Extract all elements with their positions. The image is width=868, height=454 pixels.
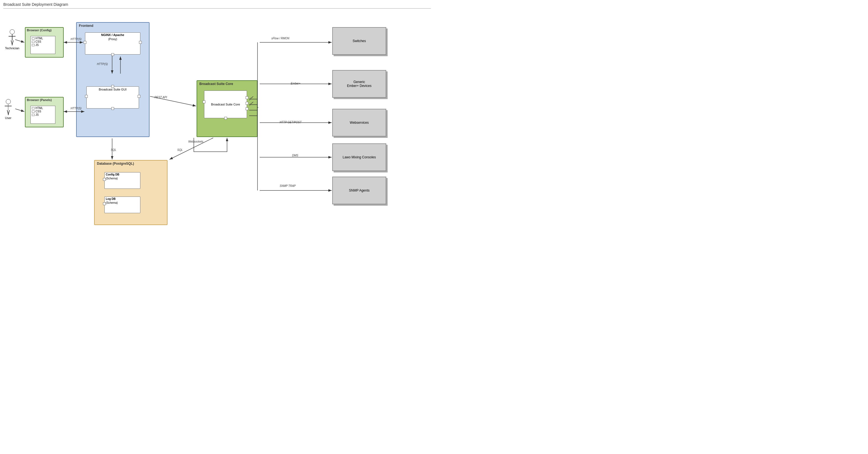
nginx-subtitle: (Proxy): [85, 37, 140, 41]
browser-config-html: HTML: [32, 37, 54, 40]
gui-box: Broadcast Suite GUI: [86, 86, 139, 108]
core-port-right2: [246, 102, 248, 105]
browser-panels-box: Browser (Panels) HTML CSS JS: [25, 97, 64, 127]
actor-body: [12, 34, 12, 40]
label-snmp-trap: SNMP TRAP: [280, 184, 296, 187]
label-http-get-post: HTTP GET/POST: [280, 121, 302, 124]
diagram-title: Broadcast Suite Deployment Diagram: [3, 2, 68, 7]
browser-config-title: Browser (Config): [26, 28, 63, 33]
label-rest-api: REST API: [155, 96, 167, 99]
device-webservices: Webservices: [332, 109, 386, 136]
gui-port-right: [137, 95, 141, 98]
actor-head-user: [6, 99, 11, 104]
small-rect-p3: [32, 114, 35, 116]
nginx-box: NGINX / Apache (Proxy): [85, 32, 141, 55]
gui-port-top: [111, 85, 114, 88]
browser-config-inner: HTML CSS JS: [30, 36, 55, 54]
small-rect-p: [32, 107, 35, 109]
browser-panels-title: Browser (Panels): [26, 97, 63, 102]
log-db-port: [103, 202, 106, 205]
core-port-bottom: [224, 117, 227, 120]
actor-label-technician: Technician: [5, 46, 20, 50]
log-db-box: Log DB (Schema): [104, 197, 141, 213]
core-inner-title: Broadcast Suite Core: [210, 102, 241, 107]
device-switches-label: Switches: [352, 39, 366, 43]
core-outer-title: Broadcast Suite Core: [197, 81, 257, 87]
database-title: Database (PostgreSQL): [95, 161, 167, 167]
diagram-canvas: Technician User Browser (Config) HTML CS: [0, 10, 434, 227]
device-ember-label: GenericEmber+ Devices: [347, 80, 371, 88]
core-port-right1: [246, 96, 248, 99]
core-outer-box: Broadcast Suite Core Broadcast Suite Cor…: [196, 80, 257, 137]
gui-port-left: [85, 95, 88, 98]
frontend-title: Frontend: [77, 23, 149, 29]
frontend-box: Frontend NGINX / Apache (Proxy) Broadcas…: [76, 22, 150, 137]
small-rect-p2: [32, 110, 35, 113]
device-switches: Switches: [332, 27, 386, 55]
label-http-nginx-gui: HTTP(S): [97, 63, 108, 66]
device-lawo: Lawo Mixing Consoles: [332, 143, 386, 171]
actor-body-user: [8, 104, 8, 110]
gui-port-bottom: [111, 107, 114, 110]
config-db-port: [103, 178, 106, 181]
browser-config-css: CSS: [32, 40, 54, 43]
core-inner-box: Broadcast Suite Core: [204, 91, 247, 118]
browser-config-js: JS: [32, 43, 54, 46]
label-websockets: Websockets: [188, 140, 203, 143]
config-db-box: Config DB (Schema): [104, 172, 141, 189]
nginx-port-left: [84, 41, 86, 44]
small-rect: [32, 37, 35, 40]
browser-config-box: Browser (Config) HTML CSS JS: [25, 27, 64, 58]
label-sql-core: SQL: [177, 149, 183, 152]
small-rect: [32, 44, 35, 46]
core-port-right3: [246, 107, 248, 110]
actor-technician: Technician: [5, 29, 20, 50]
actor-leg-right: [12, 40, 13, 45]
actor-head: [10, 29, 15, 34]
browser-panels-js: JS: [32, 113, 54, 116]
device-lawo-label: Lawo Mixing Consoles: [342, 155, 376, 159]
nginx-port-bottom: [111, 53, 114, 56]
label-sflow: sFlow / RMON: [271, 37, 289, 40]
small-rect: [32, 41, 35, 43]
actor-arms: [8, 36, 16, 36]
nginx-port-right: [139, 41, 142, 44]
label-http-technician: HTTP(S): [71, 38, 82, 41]
device-snmp: SNMP Agents: [332, 176, 386, 204]
svg-line-3: [15, 109, 24, 111]
label-dms: DMS: [292, 154, 298, 157]
actor-label-user: User: [5, 116, 11, 120]
actor-arms-user: [5, 106, 12, 106]
device-snmp-label: SNMP Agents: [349, 189, 369, 192]
browser-panels-html: HTML: [32, 106, 54, 109]
browser-panels-inner: HTML CSS JS: [30, 106, 55, 124]
core-port-left: [203, 100, 206, 103]
browser-panels-css: CSS: [32, 110, 54, 113]
label-ember: Ember+: [291, 82, 301, 85]
log-db-sub: (Schema): [105, 201, 140, 205]
database-box: Database (PostgreSQL) Config DB (Schema)…: [94, 160, 167, 225]
device-ember: GenericEmber+ Devices: [332, 70, 386, 98]
log-db-title: Log DB: [105, 197, 140, 201]
actor-legs: [11, 40, 13, 45]
actor-legs-user: [7, 110, 9, 115]
label-http-user: HTTP(S): [71, 107, 82, 110]
label-sql-gui: SQL: [111, 149, 116, 152]
config-db-title: Config DB: [105, 172, 140, 176]
nginx-title: NGINX / Apache: [85, 33, 140, 37]
config-db-sub: (Schema): [105, 176, 140, 181]
actor-user: User: [5, 99, 11, 120]
device-webservices-label: Webservices: [350, 121, 369, 125]
